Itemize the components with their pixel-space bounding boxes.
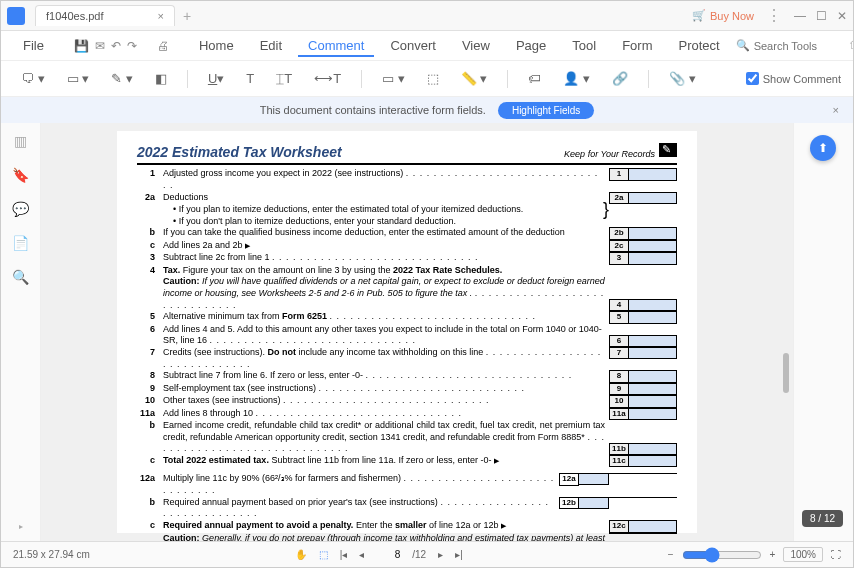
field-7[interactable] [629,347,677,359]
tool-menu[interactable]: Tool [562,34,606,57]
first-page-button[interactable]: |◂ [340,549,348,560]
show-comment-label: Show Comment [763,73,841,85]
field-9[interactable] [629,383,677,395]
next-page-button[interactable]: ▸ [438,549,443,560]
menubar: File 💾 ✉ ↶ ↷ 🖨 Home Edit Comment Convert… [1,31,853,61]
field-12c[interactable] [629,520,677,532]
mail-icon[interactable]: ✉ [95,39,105,53]
text-tool[interactable]: T [238,67,262,90]
app-icon [7,7,25,25]
measure-tool[interactable]: 📏 ▾ [453,67,496,90]
zoom-in-button[interactable]: + [770,549,776,560]
field-2c[interactable] [629,240,677,252]
doc-title: 2022 Estimated Tax Worksheet [137,143,342,161]
close-window-button[interactable]: ✕ [837,9,847,23]
view-menu[interactable]: View [452,34,500,57]
page-menu[interactable]: Page [506,34,556,57]
edit-menu[interactable]: Edit [250,34,292,57]
field-11b[interactable] [629,443,677,455]
minimize-button[interactable]: — [794,9,806,23]
add-tab-button[interactable]: + [183,8,191,24]
search-tools-input[interactable] [754,40,834,52]
maximize-button[interactable]: ☐ [816,9,827,23]
field-11a[interactable] [629,408,677,420]
attach-tool[interactable]: 📎 ▾ [661,67,704,90]
pencil-tool[interactable]: ✎ ▾ [103,67,141,90]
notice-bar: This document contains interactive form … [1,97,853,123]
link-tool[interactable]: 🔗 [604,67,636,90]
document-viewport[interactable]: 2022 Estimated Tax Worksheet Keep for Yo… [41,123,773,541]
callout-tool[interactable]: ⬚ [419,67,447,90]
form-menu[interactable]: Form [612,34,662,57]
home-menu[interactable]: Home [189,34,244,57]
prev-page-button[interactable]: ◂ [359,549,364,560]
highlight-fields-button[interactable]: Highlight Fields [498,102,594,119]
notice-text: This document contains interactive form … [260,104,486,116]
protect-menu[interactable]: Protect [668,34,729,57]
search-panel-icon[interactable]: 🔍 [12,269,29,285]
field-6[interactable] [629,335,677,347]
statusbar: 21.59 x 27.94 cm ✋ ⬚ |◂ ◂ /12 ▸ ▸| − + 1… [1,541,853,567]
zoom-slider[interactable] [682,547,762,563]
area-tool[interactable]: ⟷T [306,67,349,90]
left-sidebar: ▥ 🔖 💬 📄 🔍 ▸ [1,123,41,541]
zoom-out-button[interactable]: − [668,549,674,560]
toolbar: 🗨 ▾ ▭ ▾ ✎ ▾ ◧ U ▾ T ⌶T ⟷T ▭ ▾ ⬚ 📏 ▾ 🏷 👤 … [1,61,853,97]
page-indicator: 8 / 12 [802,510,843,527]
notice-close-icon[interactable]: × [833,104,839,116]
expand-rail-icon[interactable]: ▸ [19,522,23,531]
file-menu[interactable]: File [13,34,54,57]
more-icon[interactable]: ⋮ [766,6,782,25]
eraser-tool[interactable]: ◧ [147,67,175,90]
print-icon[interactable]: 🖨 [157,39,169,53]
scroll-thumb[interactable] [783,353,789,393]
search-icon: 🔍 [736,39,750,52]
comments-icon[interactable]: 💬 [12,201,29,217]
field-12a[interactable] [579,473,609,485]
redo-icon[interactable]: ↷ [127,39,137,53]
show-comment-checkbox[interactable] [746,72,759,85]
field-4[interactable] [629,299,677,311]
highlight-tool[interactable]: ▭ ▾ [59,67,98,90]
hand-tool-icon[interactable]: ✋ [295,549,307,560]
titlebar: f1040es.pdf × + 🛒 Buy Now ⋮ — ☐ ✕ [1,1,853,31]
undo-icon[interactable]: ↶ [111,39,121,53]
bookmarks-icon[interactable]: 🔖 [12,167,29,183]
close-tab-icon[interactable]: × [138,10,164,22]
tab-name: f1040es.pdf [46,10,104,22]
select-tool-icon[interactable]: ⬚ [319,549,328,560]
field-2b[interactable] [629,227,677,239]
shape-tool[interactable]: ▭ ▾ [374,67,413,90]
field-5[interactable] [629,311,677,323]
page-total: /12 [412,549,426,560]
field-8[interactable] [629,370,677,382]
convert-menu[interactable]: Convert [380,34,446,57]
note-tool[interactable]: 🗨 ▾ [13,67,53,90]
thumbnails-icon[interactable]: ▥ [14,133,27,149]
share-icon[interactable]: ⇧ [848,39,854,52]
buy-now-link[interactable]: 🛒 Buy Now [692,9,754,22]
underline-tool[interactable]: U ▾ [200,67,232,90]
upload-icon[interactable]: ⬆ [810,135,836,161]
signature-tool[interactable]: 👤 ▾ [555,67,598,90]
textbox-tool[interactable]: ⌶T [268,67,300,90]
records-icon [659,143,677,157]
stamp-tool[interactable]: 🏷 [520,67,549,90]
field-10[interactable] [629,395,677,407]
vertical-scrollbar[interactable] [773,123,793,541]
field-12b[interactable] [579,497,609,509]
document-tab[interactable]: f1040es.pdf × [35,5,175,26]
fit-page-icon[interactable]: ⛶ [831,549,841,560]
field-3[interactable] [629,252,677,264]
save-icon[interactable]: 💾 [74,39,89,53]
comment-menu[interactable]: Comment [298,34,374,57]
field-2a[interactable] [629,192,677,204]
last-page-button[interactable]: ▸| [455,549,463,560]
page-number-input[interactable] [376,549,400,560]
field-11c[interactable] [629,455,677,467]
pdf-page: 2022 Estimated Tax Worksheet Keep for Yo… [117,131,697,533]
field-1[interactable] [629,168,677,180]
zoom-value[interactable]: 100% [783,547,823,562]
attachments-icon[interactable]: 📄 [12,235,29,251]
page-dimensions: 21.59 x 27.94 cm [13,549,90,560]
